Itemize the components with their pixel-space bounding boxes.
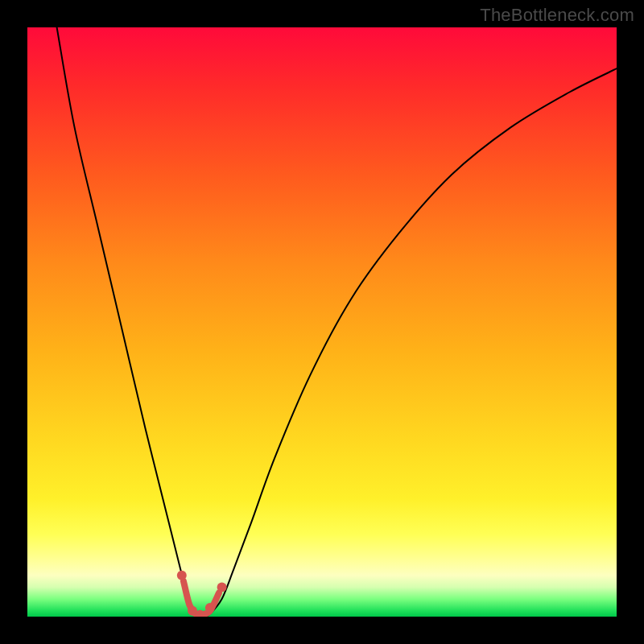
critical-point — [205, 603, 215, 613]
critical-point — [177, 571, 187, 580]
attribution-label: TheBottleneck.com — [480, 5, 634, 26]
bottleneck-curve — [57, 27, 617, 617]
critical-point — [217, 582, 227, 592]
chart-frame: TheBottleneck.com — [0, 0, 644, 644]
plot-area — [27, 27, 617, 617]
bottleneck-curve-svg — [27, 27, 617, 617]
